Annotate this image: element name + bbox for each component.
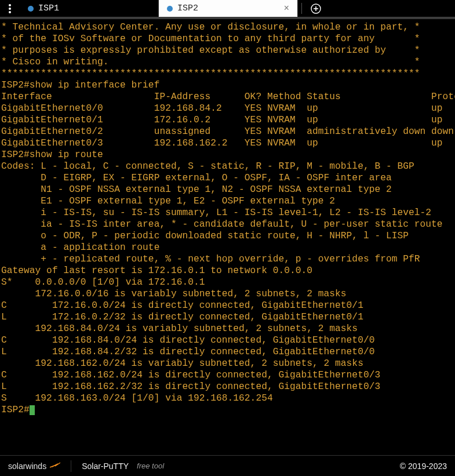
terminal-line: C 192.168.162.0/24 is directly connected… (1, 369, 454, 381)
tab-isp1[interactable]: ISP1 (20, 0, 159, 17)
footer-divider (71, 460, 71, 472)
svg-point-1 (9, 8, 11, 10)
terminal-line: ISP2#show ip interface brief (1, 79, 454, 91)
terminal-line: ****************************************… (1, 68, 454, 79)
terminal-line: GigabitEthernet0/0 192.168.84.2 YES NVRA… (1, 103, 454, 114)
terminal-line: * Cisco in writing. * (1, 56, 454, 68)
brand-name: solarwinds (8, 462, 46, 471)
terminal-line: a - application route (1, 242, 454, 253)
close-icon[interactable]: × (283, 4, 289, 13)
terminal-line: L 192.168.84.2/32 is directly connected,… (1, 346, 454, 358)
terminal-line: Codes: L - local, C - connected, S - sta… (1, 161, 454, 172)
terminal-line: C 192.168.84.0/24 is directly connected,… (1, 335, 454, 346)
tab-title: ISP1 (38, 3, 59, 13)
product-name[interactable]: Solar-PuTTY (82, 462, 129, 471)
terminal-line: * of the IOSv Software or Documentation … (1, 33, 454, 45)
tab-divider (301, 3, 302, 14)
terminal-line: E1 - OSPF external type 1, E2 - OSPF ext… (1, 195, 454, 207)
terminal-line: S* 0.0.0.0/0 [1/0] via 172.16.0.1 (1, 277, 454, 288)
terminal-line: GigabitEthernet0/2 unassigned YES NVRAM … (1, 126, 454, 137)
tab-isp2[interactable]: ISP2 × (159, 0, 298, 17)
brand-arrows-icon (50, 461, 60, 471)
add-tab-button[interactable] (305, 0, 326, 17)
terminal-output[interactable]: * Technical Advisory Center. Any use or … (0, 17, 455, 455)
terminal-line: 192.168.84.0/24 is variably subnetted, 2… (1, 323, 454, 335)
cursor-icon (30, 405, 35, 415)
terminal-line: ISP2#show ip route (1, 149, 454, 161)
terminal-line: + - replicated route, % - next hop overr… (1, 253, 454, 265)
tab-title: ISP2 (177, 3, 198, 13)
terminal-line: 172.16.0.0/16 is variably subnetted, 2 s… (1, 288, 454, 300)
terminal-line: Gateway of last resort is 172.16.0.1 to … (1, 265, 454, 277)
terminal-line: GigabitEthernet0/3 192.168.162.2 YES NVR… (1, 137, 454, 149)
terminal-line: Interface IP-Address OK? Method Status P… (1, 91, 454, 103)
terminal-line: ia - IS-IS inter area, * - candidate def… (1, 219, 454, 230)
brand-logo[interactable]: solarwinds (8, 461, 60, 471)
tab-status-dot-icon (167, 6, 173, 12)
terminal-line: D - EIGRP, EX - EIGRP external, O - OSPF… (1, 172, 454, 184)
terminal-line: GigabitEthernet0/1 172.16.0.2 YES NVRAM … (1, 114, 454, 126)
terminal-line: * purposes is expressly prohibited excep… (1, 45, 454, 56)
terminal-line: C 172.16.0.0/24 is directly connected, G… (1, 300, 454, 311)
terminal-line: L 172.16.0.2/32 is directly connected, G… (1, 311, 454, 323)
copyright: © 2019-2023 (400, 462, 447, 471)
terminal-line: * Technical Advisory Center. Any use or … (1, 21, 454, 33)
terminal-line: N1 - OSPF NSSA external type 1, N2 - OSP… (1, 184, 454, 195)
tab-status-dot-icon (28, 6, 34, 12)
terminal-line: 192.168.162.0/24 is variably subnetted, … (1, 358, 454, 369)
product-tag: free tool (137, 462, 164, 470)
svg-point-0 (9, 4, 11, 6)
svg-point-2 (9, 11, 11, 13)
terminal-prompt[interactable]: ISP2# (1, 404, 454, 416)
terminal-line: S 192.168.163.0/24 [1/0] via 192.168.162… (1, 393, 454, 404)
terminal-line: o - ODR, P - periodic downloaded static … (1, 230, 454, 242)
menu-icon[interactable] (0, 0, 20, 17)
terminal-line: L 192.168.162.2/32 is directly connected… (1, 381, 454, 393)
footer-bar: solarwinds Solar-PuTTY free tool © 2019-… (0, 455, 455, 476)
terminal-line: i - IS-IS, su - IS-IS summary, L1 - IS-I… (1, 207, 454, 219)
tab-bar: ISP1 ISP2 × (0, 0, 455, 17)
